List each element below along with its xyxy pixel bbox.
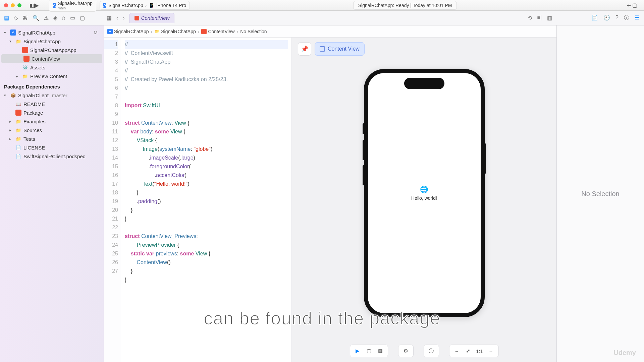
editor-tab-contentview[interactable]: ContentView [129, 13, 175, 23]
folder-icon: 📁 [154, 29, 160, 34]
navigator-issue-icon[interactable]: ⚠ [44, 15, 49, 21]
sidebar-toggle-icon[interactable]: ◧ [30, 2, 34, 8]
package-icon: 📦 [10, 92, 16, 98]
globe-icon: 🌐 [420, 185, 428, 193]
library-icon[interactable]: ▢ [632, 2, 637, 8]
identity-inspector-icon[interactable]: ⓘ [624, 14, 629, 21]
refresh-icon[interactable]: ⟲ [528, 15, 532, 21]
close-icon[interactable] [4, 3, 8, 7]
variants-button[interactable]: ▦ [376, 347, 384, 355]
app-icon: A [53, 3, 56, 8]
zoom-fit-button[interactable]: ⤢ [464, 347, 472, 355]
canvas-toggle-icon[interactable]: ▥ [547, 15, 552, 21]
help-inspector-icon[interactable]: ? [615, 14, 619, 21]
related-items-icon[interactable]: ▦ [107, 15, 112, 21]
line-gutter: 1234567891011121314151617181920212223242… [104, 38, 121, 362]
file-inspector-icon[interactable]: 📄 [591, 14, 598, 21]
window-titlebar: ◧ ▶ A SignalRChatApp main A SignalRChatA… [0, 0, 644, 11]
file-package[interactable]: Package [0, 108, 104, 117]
zoom-out-button[interactable]: − [453, 347, 461, 355]
navigator-project-icon[interactable]: ▤ [4, 15, 9, 21]
scheme-branch: main [58, 6, 93, 10]
app-icon: A [103, 3, 106, 8]
hello-text: Hello, world! [411, 195, 437, 201]
inspector-placeholder: No Selection [581, 190, 619, 198]
file-readme[interactable]: 📖 README [0, 100, 104, 108]
preview-more-button[interactable]: ⓘ [427, 347, 435, 355]
readme-icon: 📖 [15, 101, 21, 107]
folder-tests[interactable]: ▸📁 Tests [0, 134, 104, 143]
live-preview-button[interactable]: ▶ [354, 347, 362, 355]
scheme-name: SignalRChatApp [58, 1, 93, 6]
inspector-panel: No Selection [557, 25, 644, 362]
pin-preview-button[interactable]: 📌 [298, 42, 311, 56]
project-navigator[interactable]: ▾A SignalRChatApp M ▾📁 SignalRChatApp Si… [0, 25, 104, 362]
navigator-test-icon[interactable]: ◈ [53, 15, 57, 21]
folder-preview-content[interactable]: ▸📁 Preview Content [0, 72, 104, 80]
file-assets[interactable]: 🖼 Assets [0, 63, 104, 72]
project-root[interactable]: ▾A SignalRChatApp M [0, 28, 104, 37]
navigator-find-icon[interactable]: 🔍 [33, 15, 39, 21]
history-inspector-icon[interactable]: 🕘 [603, 14, 610, 21]
file-podspec[interactable]: 📄 SwiftSignalRClient.podspec [0, 152, 104, 161]
phone-icon: 📱 [149, 3, 154, 8]
folder-sources[interactable]: ▸📁 Sources [0, 126, 104, 134]
swift-icon [23, 56, 30, 62]
device-settings-button[interactable]: ⚙ [402, 347, 410, 355]
file-icon: 📄 [15, 144, 21, 150]
preview-toolbar: ▶ ▢ ▦ ⚙ ⓘ − ⤢ 1:1 ＋ [292, 345, 556, 357]
navigator-debug-icon[interactable]: ⎌ [62, 15, 65, 21]
selectable-preview-button[interactable]: ▢ [365, 347, 373, 355]
swift-icon [135, 16, 139, 20]
breadcrumb[interactable]: A SignalRChatApp› 📁 SignalRChatApp› Cont… [104, 25, 556, 38]
file-icon: 📄 [15, 153, 21, 159]
maximize-icon[interactable] [17, 3, 21, 7]
zoom-actual-button[interactable]: 1:1 [476, 347, 484, 355]
zoom-in-button[interactable]: ＋ [487, 347, 495, 355]
toolbar: ▤ ◇ ⌘ 🔍 ⚠ ◈ ⎌ ▭ ▢ ▦ ‹ › ContentView ⟲ ≡|… [0, 11, 644, 25]
forward-button[interactable]: › [121, 14, 126, 22]
build-status: SignalRChatApp: Ready | Today at 10:01 P… [353, 1, 457, 10]
navigator-report-icon[interactable]: ▢ [80, 15, 85, 21]
file-contentview[interactable]: ContentView [1, 54, 102, 63]
modified-badge: M [94, 30, 98, 35]
adjust-editor-icon[interactable]: ≡| [537, 15, 542, 21]
traffic-lights[interactable] [4, 3, 21, 7]
watermark: Udemy [613, 349, 636, 357]
device-frame: 🌐 Hello, world! [364, 69, 485, 317]
scheme-target[interactable]: A SignalRChatApp › 📱 iPhone 14 Pro [100, 1, 190, 10]
file-app[interactable]: SignalRChatAppApp [0, 46, 104, 54]
navigator-symbol-icon[interactable]: ⌘ [22, 15, 28, 21]
minimize-icon[interactable] [11, 3, 15, 7]
preview-chip[interactable]: Content View [315, 42, 365, 56]
preview-chip-icon [320, 46, 325, 52]
navigator-breakpoint-icon[interactable]: ▭ [70, 15, 75, 21]
file-license[interactable]: 📄 LICENSE [0, 143, 104, 152]
package-signalrclient[interactable]: ▾📦 SignalRClient master [0, 91, 104, 100]
add-tab-button[interactable]: ＋ [626, 1, 632, 10]
swift-icon [15, 110, 21, 116]
navigator-source-icon[interactable]: ◇ [14, 15, 18, 21]
folder-examples[interactable]: ▸📁 Examples [0, 117, 104, 126]
app-icon: A [107, 29, 113, 34]
video-subtitle: can be found in the package [204, 308, 440, 328]
attributes-inspector-icon[interactable]: ☰ [635, 14, 639, 21]
scheme-selector[interactable]: A SignalRChatApp main [49, 0, 96, 12]
assets-icon: 🖼 [22, 64, 28, 70]
run-button-icon[interactable]: ▶ [34, 2, 39, 9]
package-dependencies-header: Package Dependencies [0, 80, 104, 91]
swift-icon [22, 47, 28, 53]
back-button[interactable]: ‹ [115, 14, 119, 22]
group-signalrchatapp[interactable]: ▾📁 SignalRChatApp [0, 37, 104, 46]
swift-icon [201, 29, 207, 34]
